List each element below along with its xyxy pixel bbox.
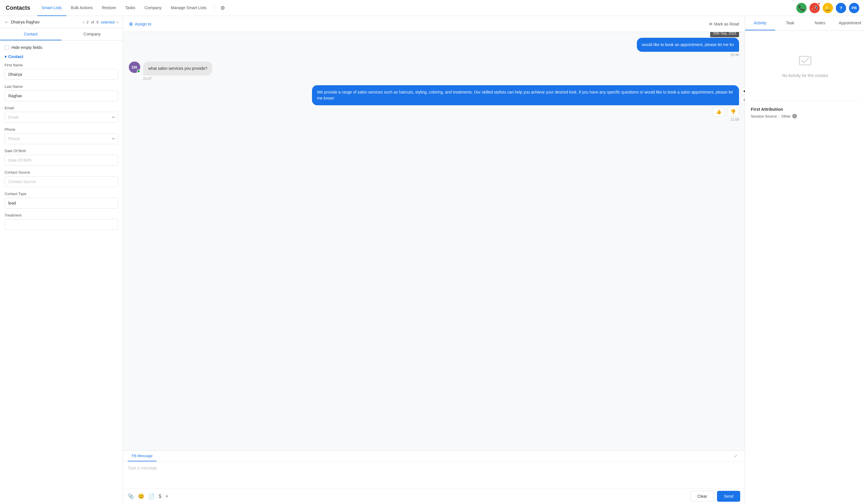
message-textarea[interactable] <box>123 462 745 488</box>
first-attribution-title: First Attribution <box>751 107 859 112</box>
tab-smart-lists[interactable]: Smart Lists <box>37 0 66 16</box>
message-time-3: 21:09 <box>312 118 739 121</box>
hide-empty-label: Hide empty fields <box>11 45 42 50</box>
clear-button[interactable]: Clear <box>690 491 714 502</box>
contact-name: Dhairya Raghav <box>11 20 39 24</box>
emoji-icon[interactable]: 😊 <box>138 493 144 500</box>
message-tab-bar: FB Message ⤢ <box>123 451 745 462</box>
dollar-icon[interactable]: $ <box>159 493 161 500</box>
tab-activity[interactable]: Activity <box>745 16 775 30</box>
settings-icon[interactable]: ⚙ <box>220 5 225 11</box>
thumbs-down-button[interactable]: 👎 <box>727 107 739 116</box>
message-2: DR what salon services you provide? <box>129 61 212 75</box>
hide-empty-checkbox[interactable] <box>4 45 9 50</box>
message-3-reactions: 👍 👎 <box>312 107 739 116</box>
chevron-down-icon: ▾ <box>4 54 7 59</box>
ai-stars-button[interactable]: ✧ <box>741 96 745 104</box>
next-arrow-icon[interactable]: › <box>117 20 118 24</box>
svg-rect-0 <box>799 56 811 65</box>
hide-empty-row: Hide empty fields <box>4 45 118 50</box>
treatment-select[interactable] <box>4 219 118 230</box>
no-activity-icon <box>798 54 812 70</box>
megaphone-badge: 📣 <box>809 3 820 13</box>
dob-field: Date Of Birth <box>4 149 118 166</box>
message-time-1: 20:40 <box>637 53 739 57</box>
section-label: Contact <box>8 54 23 59</box>
tab-notes[interactable]: Notes <box>805 16 835 30</box>
first-attribution-section: First Attribution Session Source : Other… <box>751 101 859 118</box>
tab-restore[interactable]: Restore <box>97 0 120 16</box>
prev-arrow-icon[interactable]: ‹ <box>83 20 84 24</box>
right-panel: Activity Task Notes Appointment No Activ… <box>745 16 865 504</box>
ai-sparkle-button[interactable]: ✦ <box>741 87 745 95</box>
contact-source-input[interactable] <box>4 176 118 187</box>
contact-type-field: Contact Type lead customer prospect <box>4 192 118 209</box>
assign-to-button[interactable]: ⊕ Assign to <box>129 21 151 27</box>
treatment-field: Treatment <box>4 213 118 230</box>
dob-label: Date Of Birth <box>4 149 118 153</box>
selected-label: selected <box>101 20 115 24</box>
expand-icon[interactable]: ⤢ <box>731 451 740 461</box>
plus-icon[interactable]: + <box>165 493 169 500</box>
no-activity-text: No Activity for this contact <box>782 73 828 78</box>
nav-icons: 📞 📣 🔔 ? PB <box>796 3 859 13</box>
message-actions-bar: 📎 😊 📄 $ + Clear Send <box>123 488 745 504</box>
right-panel-tabs: Activity Task Notes Appointment <box>745 16 865 31</box>
pagination-separator: of <box>91 20 94 24</box>
fb-message-tab[interactable]: FB Message <box>128 451 157 461</box>
session-source-value: Other <box>782 114 791 118</box>
phone-edit-icon[interactable]: ✏ <box>112 137 115 141</box>
tab-company[interactable]: Company <box>140 0 166 16</box>
user-avatar[interactable]: PB <box>849 3 859 13</box>
contact-source-label: Contact Source <box>4 170 118 175</box>
first-name-input[interactable] <box>4 69 118 80</box>
bell-icon[interactable]: 🔔 <box>823 3 833 13</box>
message-text-1: would like to book an appointment, pleas… <box>642 42 734 47</box>
tab-manage-smart-lists[interactable]: Manage Smart Lists <box>166 0 211 16</box>
first-name-label: First Name <box>4 63 118 67</box>
send-button[interactable]: Send <box>717 491 740 502</box>
no-activity-section: No Activity for this contact <box>751 36 859 95</box>
session-source-row: Session Source : Other i <box>751 114 859 118</box>
top-nav-tabs: Smart Lists Bulk Actions Restore Tasks C… <box>37 0 211 16</box>
back-button[interactable]: ← Dhairya Raghav <box>4 20 39 25</box>
sender-avatar-2: DR <box>129 61 140 73</box>
notification-badge-dot <box>818 2 820 5</box>
mark-as-read-button[interactable]: ✉ Mark as Read <box>709 22 739 26</box>
tab-bulk-actions[interactable]: Bulk Actions <box>66 0 97 16</box>
pagination-control: ‹ 2 of 9 selected › <box>83 20 118 24</box>
attachment-icon[interactable]: 📎 <box>128 493 134 500</box>
thumbs-up-button[interactable]: 👍 <box>713 107 725 116</box>
phone-input[interactable] <box>4 133 118 144</box>
help-icon[interactable]: ? <box>836 3 846 13</box>
chat-area: 20th Sep, 2023 would like to book an app… <box>123 32 745 450</box>
dob-input[interactable] <box>4 155 118 166</box>
tab-contact[interactable]: Contact <box>0 28 61 40</box>
left-panel-header: ← Dhairya Raghav ‹ 2 of 9 selected › <box>0 16 123 28</box>
email-edit-icon[interactable]: ✏ <box>112 115 115 119</box>
online-indicator <box>137 70 140 73</box>
phone-icon[interactable]: 📞 <box>796 3 807 13</box>
phone-input-wrapper: ✏ <box>4 133 118 144</box>
assign-to-label: Assign to <box>135 22 151 26</box>
contact-section-header[interactable]: ▾ Contact <box>4 54 118 59</box>
tab-company[interactable]: Company <box>61 28 123 40</box>
pagination-current: 2 <box>87 20 89 24</box>
message-2-wrapper: DR what salon services you provide? 21:0… <box>129 61 739 81</box>
session-source-label: Session Source <box>751 114 777 118</box>
date-tooltip-1: 20th Sep, 2023 <box>710 32 739 37</box>
last-name-input[interactable] <box>4 90 118 101</box>
main-layout: ← Dhairya Raghav ‹ 2 of 9 selected › Con… <box>0 16 865 504</box>
document-icon[interactable]: 📄 <box>148 493 154 500</box>
center-toolbar: ⊕ Assign to ✉ Mark as Read <box>123 16 745 32</box>
tab-appointment[interactable]: Appointment <box>835 16 865 30</box>
tab-tasks[interactable]: Tasks <box>120 0 140 16</box>
contact-type-select[interactable]: lead customer prospect <box>4 198 118 209</box>
tab-task[interactable]: Task <box>775 16 805 30</box>
email-input[interactable] <box>4 112 118 123</box>
back-arrow-icon: ← <box>4 20 9 25</box>
info-icon[interactable]: i <box>792 114 797 118</box>
first-name-field: First Name <box>4 63 118 80</box>
left-panel-tabs: Contact Company <box>0 28 123 40</box>
app-title: Contacts <box>6 4 30 11</box>
